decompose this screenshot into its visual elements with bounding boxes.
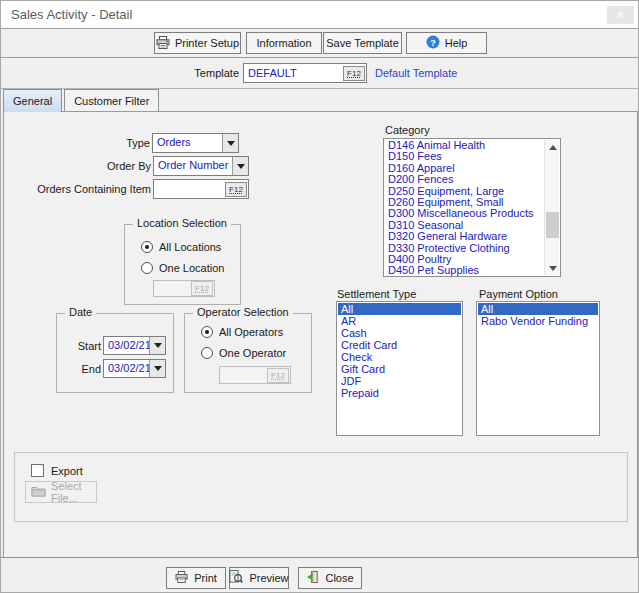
list-item[interactable]: Prepaid <box>338 387 461 399</box>
information-label: Information <box>256 37 311 49</box>
radio-icon[interactable] <box>141 262 153 274</box>
save-template-label: Save Template <box>326 37 399 49</box>
toolbar: Printer Setup Information Save Template … <box>1 28 638 58</box>
list-item[interactable]: AR <box>338 315 461 327</box>
chevron-down-icon[interactable] <box>232 157 248 175</box>
export-checkbox[interactable] <box>31 464 44 477</box>
payment-option-label: Payment Option <box>479 288 558 300</box>
end-date-value: 03/02/21 <box>104 360 149 377</box>
print-label: Print <box>194 572 217 584</box>
orders-containing-item-f12-button[interactable]: F12 <box>225 182 247 197</box>
scroll-down-icon[interactable] <box>545 261 560 275</box>
close-icon[interactable]: × <box>607 6 634 24</box>
start-date-value: 03/02/21 <box>104 337 149 354</box>
date-group: Date Start 03/02/21 End 03/02/21 <box>56 313 174 393</box>
operator-input: F12 <box>219 366 291 384</box>
list-item[interactable]: Check <box>338 351 461 363</box>
window-title: Sales Activity - Detail <box>11 7 132 22</box>
chevron-down-icon[interactable] <box>222 134 238 152</box>
location-selection-legend: Location Selection <box>133 217 231 229</box>
scrollbar-thumb[interactable] <box>546 212 559 238</box>
list-item[interactable]: Gift Card <box>338 363 461 375</box>
template-input[interactable]: DEFAULT F12 <box>243 63 367 83</box>
radio-one-operator[interactable]: One Operator <box>201 347 286 359</box>
payment-option-list[interactable]: AllRabo Vendor Funding <box>476 301 600 436</box>
svg-text:?: ? <box>430 38 436 48</box>
save-template-button[interactable]: Save Template <box>323 32 402 54</box>
type-label: Type <box>20 137 150 149</box>
category-label: Category <box>385 124 430 136</box>
template-label: Template <box>141 67 239 79</box>
printer-setup-button[interactable]: Printer Setup <box>154 32 241 54</box>
printer-setup-label: Printer Setup <box>175 37 239 49</box>
list-item[interactable]: JDF <box>338 375 461 387</box>
titlebar: Sales Activity - Detail × <box>1 1 638 28</box>
start-date-label: Start <box>59 340 101 352</box>
operator-f12-button: F12 <box>267 368 289 383</box>
tab-customer-filter-label: Customer Filter <box>74 95 149 107</box>
operator-selection-legend: Operator Selection <box>193 306 293 318</box>
all-locations-label: All Locations <box>159 241 221 253</box>
tab-customer-filter[interactable]: Customer Filter <box>64 89 159 111</box>
radio-icon[interactable] <box>201 326 213 338</box>
radio-icon[interactable] <box>141 241 153 253</box>
template-value: DEFAULT <box>244 67 342 79</box>
settlement-type-list[interactable]: AllARCashCredit CardCheckGift CardJDFPre… <box>336 301 463 436</box>
all-operators-label: All Operators <box>219 326 283 338</box>
print-button[interactable]: Print <box>166 567 226 589</box>
template-f12-button[interactable]: F12 <box>343 66 365 81</box>
end-date-label: End <box>59 363 101 375</box>
select-file-button: Select File... <box>25 481 97 503</box>
list-item[interactable]: Cash <box>338 327 461 339</box>
orders-containing-item-input[interactable]: F12 <box>153 179 249 199</box>
help-label: Help <box>445 37 468 49</box>
bottom-bar: Print Preview Close <box>1 557 638 592</box>
export-group: Export Select File... <box>14 452 628 522</box>
export-label: Export <box>51 465 83 477</box>
orders-containing-item-label: Orders Containing Item <box>10 183 151 195</box>
scroll-up-icon[interactable] <box>545 140 560 154</box>
exit-door-icon <box>306 570 319 586</box>
help-icon: ? <box>426 35 440 51</box>
close-label: Close <box>325 572 353 584</box>
category-list[interactable]: D146 Animal HealthD150 FeesD160 ApparelD… <box>383 138 561 277</box>
order-by-dropdown[interactable]: Order Number <box>153 156 249 176</box>
list-item[interactable]: All <box>478 303 598 315</box>
end-date-dropdown[interactable]: 03/02/21 <box>103 359 166 378</box>
start-date-dropdown[interactable]: 03/02/21 <box>103 336 166 355</box>
information-button[interactable]: Information <box>246 32 322 54</box>
chevron-down-icon[interactable] <box>149 360 165 377</box>
list-item[interactable]: All <box>338 303 461 315</box>
list-item[interactable]: Credit Card <box>338 339 461 351</box>
type-value: Orders <box>153 134 222 152</box>
location-selection-group: Location Selection All Locations One Loc… <box>124 224 241 305</box>
chevron-down-icon[interactable] <box>149 337 165 354</box>
radio-all-operators[interactable]: All Operators <box>201 326 283 338</box>
tab-general[interactable]: General <box>3 89 62 112</box>
type-dropdown[interactable]: Orders <box>152 133 239 153</box>
general-tab-panel: Type Orders Order By Order Number Orders… <box>3 111 638 558</box>
order-by-label: Order By <box>20 160 151 172</box>
preview-button[interactable]: Preview <box>229 567 289 589</box>
category-scrollbar[interactable] <box>544 140 559 275</box>
order-by-value: Order Number <box>154 157 232 175</box>
template-band: Template DEFAULT F12 Default Template <box>1 58 638 89</box>
list-item[interactable]: Rabo Vendor Funding <box>478 315 598 327</box>
date-legend: Date <box>65 306 96 318</box>
preview-icon <box>229 570 243 586</box>
select-file-label: Select File... <box>51 480 96 504</box>
list-item[interactable]: D200 Fences <box>385 174 543 185</box>
radio-one-location[interactable]: One Location <box>141 262 224 274</box>
radio-icon[interactable] <box>201 347 213 359</box>
tabstrip: General Customer Filter <box>3 89 161 111</box>
one-operator-label: One Operator <box>219 347 286 359</box>
location-input: F12 <box>153 280 215 297</box>
close-button[interactable]: Close <box>298 567 362 589</box>
printer-icon <box>175 571 188 585</box>
radio-all-locations[interactable]: All Locations <box>141 241 221 253</box>
tab-general-label: General <box>13 95 52 107</box>
list-item[interactable]: D450 Pet Supplies <box>385 265 543 276</box>
printer-icon <box>156 36 170 51</box>
list-item[interactable]: D320 General Hardware <box>385 231 543 242</box>
help-button[interactable]: ? Help <box>406 32 487 54</box>
